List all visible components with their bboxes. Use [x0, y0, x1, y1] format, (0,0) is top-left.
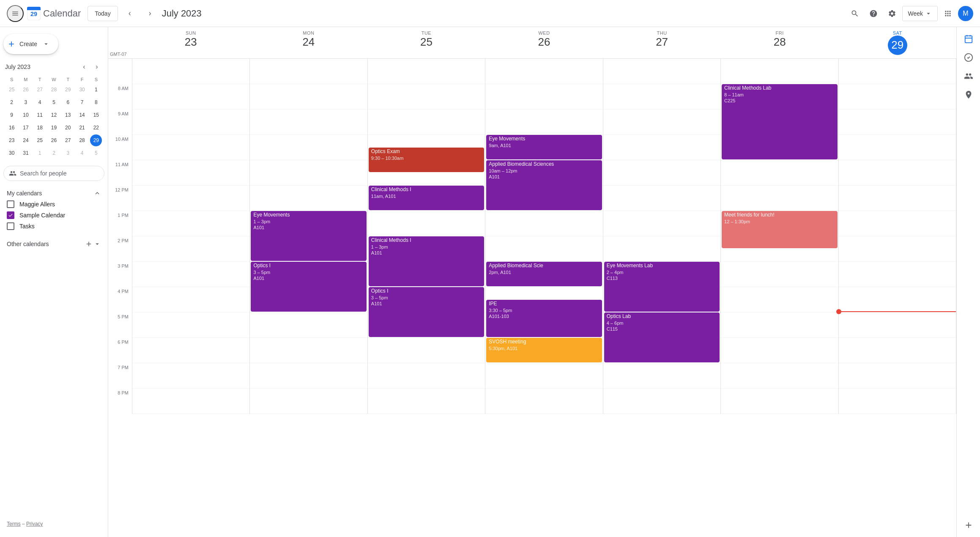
mini-cal-day[interactable]: 30 [76, 84, 88, 96]
mini-cal-day[interactable]: 27 [34, 84, 46, 96]
day-header-tue[interactable]: TUE 25 [367, 27, 485, 58]
event-clinical-methods-lab-fri[interactable]: Clinical Methods Lab 8 – 11am C225 [722, 84, 837, 159]
event-optics-exam[interactable]: Optics Exam 9:30 – 10:30am [369, 148, 484, 172]
day-header-sun[interactable]: SUN 23 [132, 27, 250, 58]
footer-privacy[interactable]: Privacy [26, 521, 43, 527]
mini-cal-day[interactable]: 23 [6, 134, 18, 146]
mini-cal-day[interactable]: 1 [90, 84, 102, 96]
mini-cal-next[interactable]: › [91, 61, 103, 73]
event-ipe-wed[interactable]: IPE 3:30 – 5pm A101-103 [486, 300, 602, 337]
apps-button[interactable] [939, 5, 956, 22]
create-button[interactable]: + Create [3, 34, 58, 54]
my-calendars-header[interactable]: My calendars [3, 188, 104, 199]
calendar-checkbox-sample[interactable] [7, 211, 14, 219]
event-clinical-methods-tue-am[interactable]: Clinical Methods I 11am, A101 [369, 186, 484, 210]
mini-cal-day[interactable]: 21 [76, 122, 88, 134]
mini-cal-day[interactable]: 24 [20, 134, 32, 146]
help-button[interactable] [865, 5, 882, 22]
event-applied-biomed-wed[interactable]: Applied Biomedical Sciences 10am – 12pm … [486, 160, 602, 210]
mini-cal-day[interactable]: 7 [76, 96, 88, 108]
today-button[interactable]: Today [88, 6, 118, 21]
prev-button[interactable]: ‹ [121, 5, 138, 22]
day-header-sat[interactable]: SAT 29 [838, 27, 956, 58]
mini-cal-today[interactable]: 29 [90, 134, 102, 146]
search-people[interactable]: Search for people [3, 166, 104, 181]
mini-cal-day[interactable]: 28 [48, 84, 60, 96]
mini-cal-day[interactable]: 18 [34, 122, 46, 134]
calendar-item-tasks[interactable]: Tasks [3, 221, 104, 232]
calendar-checkbox-maggie[interactable] [7, 200, 14, 208]
footer-terms[interactable]: Terms [7, 521, 21, 527]
mini-cal-day[interactable]: 6 [62, 96, 74, 108]
day-col-fri[interactable]: Clinical Methods Lab 8 – 11am C225 Meet … [720, 59, 838, 414]
mini-cal-day[interactable]: 27 [62, 134, 74, 146]
mini-cal-day[interactable]: 31 [20, 147, 32, 159]
mini-cal-day[interactable]: 1 [34, 147, 46, 159]
mini-cal-day[interactable]: 14 [76, 109, 88, 121]
mini-cal-day[interactable]: 10 [20, 109, 32, 121]
day-col-thu[interactable]: Eye Movements Lab 2 – 4pm C113 Optics La… [603, 59, 720, 414]
mini-cal-day[interactable]: 2 [48, 147, 60, 159]
calendar-checkbox-tasks[interactable] [7, 222, 14, 230]
mini-cal-day[interactable]: 26 [48, 134, 60, 146]
next-button[interactable]: › [142, 5, 159, 22]
mini-cal-day[interactable]: 4 [76, 147, 88, 159]
day-col-wed[interactable]: Eye Movements 9am, A101 Applied Biomedic… [485, 59, 602, 414]
mini-cal-day[interactable]: 19 [48, 122, 60, 134]
mini-cal-day[interactable]: 28 [76, 134, 88, 146]
mini-cal-day[interactable]: 29 [62, 84, 74, 96]
view-selector[interactable]: Week [902, 6, 938, 21]
day-header-wed[interactable]: WED 26 [485, 27, 603, 58]
mini-cal-day[interactable]: 3 [62, 147, 74, 159]
event-lunch-fri[interactable]: Meet friends for lunch! 12 – 1:30pm [722, 211, 837, 248]
menu-button[interactable] [7, 5, 24, 22]
day-col-sat[interactable] [838, 59, 956, 414]
mini-cal-day[interactable]: 13 [62, 109, 74, 121]
day-header-mon[interactable]: MON 24 [250, 27, 368, 58]
day-col-tue[interactable]: Optics Exam 9:30 – 10:30am Clinical Meth… [367, 59, 485, 414]
right-icon-maps[interactable] [960, 86, 977, 103]
event-svosh-wed[interactable]: SVOSH meeting 5:30pm, A101 [486, 338, 602, 362]
event-optics-mon[interactable]: Optics I 3 – 5pm A101 [251, 262, 366, 312]
mini-cal-prev[interactable]: ‹ [78, 61, 90, 73]
event-optics-lab-thu[interactable]: Optics Lab 4 – 6pm C115 [604, 312, 720, 362]
mini-cal-day[interactable]: 4 [34, 96, 46, 108]
mini-cal-day[interactable]: 15 [90, 109, 102, 121]
mini-cal-day[interactable]: 8 [90, 96, 102, 108]
other-calendars-header[interactable]: Other calendars [3, 238, 104, 249]
day-col-mon[interactable]: Eye Movements 1 – 3pm A101 Optics I 3 – … [249, 59, 367, 414]
settings-button[interactable] [884, 5, 901, 22]
day-header-fri[interactable]: FRI 28 [721, 27, 839, 58]
user-avatar[interactable]: M [958, 6, 973, 21]
mini-cal-day[interactable]: 25 [34, 134, 46, 146]
event-applied-biomed-wed2[interactable]: Applied Biomedical Scie 2pm, A101 [486, 262, 602, 286]
day-header-thu[interactable]: THU 27 [603, 27, 721, 58]
mini-cal-day[interactable]: 25 [6, 84, 18, 96]
mini-cal-day[interactable]: 5 [48, 96, 60, 108]
mini-cal-day[interactable]: 2 [6, 96, 18, 108]
right-icon-calendar[interactable] [960, 30, 977, 47]
calendar-item-sample[interactable]: Sample Calendar [3, 210, 104, 221]
day-col-sun[interactable] [132, 59, 249, 414]
search-button[interactable] [846, 5, 863, 22]
event-eye-movements-wed[interactable]: Eye Movements 9am, A101 [486, 135, 602, 159]
event-eye-movements-lab-thu[interactable]: Eye Movements Lab 2 – 4pm C113 [604, 262, 720, 312]
right-icon-tasks[interactable] [960, 49, 977, 66]
event-clinical-methods-tue-pm[interactable]: Clinical Methods I 1 – 3pm A101 [369, 236, 484, 286]
mini-cal-day[interactable]: 16 [6, 122, 18, 134]
calendar-item-maggie[interactable]: Maggie Allers [3, 199, 104, 210]
mini-cal-day[interactable]: 9 [6, 109, 18, 121]
right-icon-add[interactable] [960, 517, 977, 534]
event-eye-movements-mon[interactable]: Eye Movements 1 – 3pm A101 [251, 211, 366, 261]
mini-cal-day[interactable]: 26 [20, 84, 32, 96]
mini-cal-day[interactable]: 12 [48, 109, 60, 121]
mini-cal-day[interactable]: 3 [20, 96, 32, 108]
mini-cal-day[interactable]: 17 [20, 122, 32, 134]
mini-cal-day[interactable]: 5 [90, 147, 102, 159]
right-icon-people[interactable] [960, 68, 977, 85]
mini-cal-day[interactable]: 11 [34, 109, 46, 121]
event-optics-tue[interactable]: Optics I 3 – 5pm A101 [369, 287, 484, 337]
mini-cal-day[interactable]: 20 [62, 122, 74, 134]
mini-cal-day[interactable]: 30 [6, 147, 18, 159]
mini-cal-day[interactable]: 22 [90, 122, 102, 134]
